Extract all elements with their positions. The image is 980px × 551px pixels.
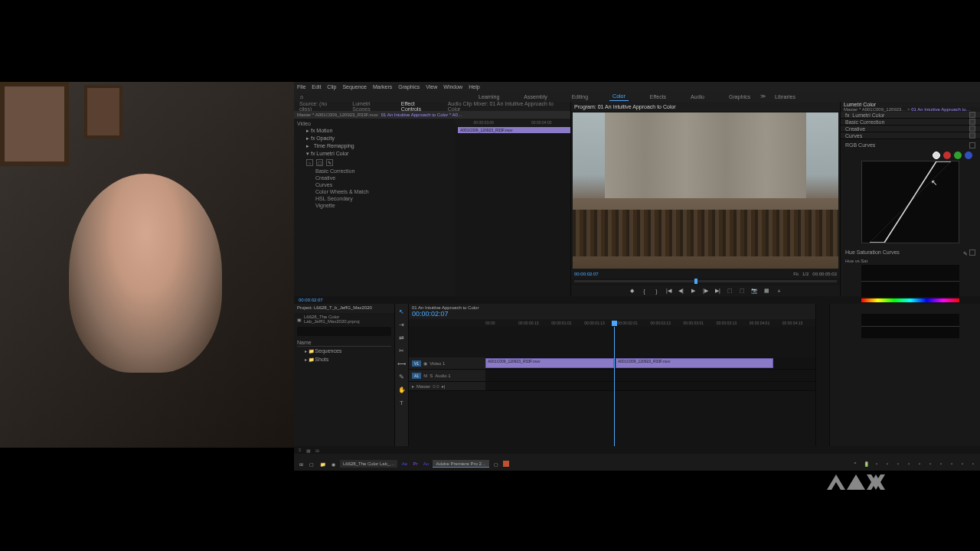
clip-v1-b[interactable]: A001C009_120923_R33F.mov [485,358,614,368]
fx-motion[interactable]: ▸ fx Motion [297,127,452,135]
hue-sat-curves-label[interactable]: Hue Saturation Curves [845,249,900,257]
add-marker-icon[interactable]: ◆ [629,287,636,295]
tray-battery-icon[interactable]: 🔋 [862,460,870,468]
ws-overflow-icon[interactable]: ≫ [760,93,766,99]
tray-5-icon[interactable]: ▫ [916,460,923,468]
mask-pen-icon[interactable]: ✎ [326,159,333,166]
menu-edit[interactable]: Edit [312,84,321,90]
tray-3-icon[interactable]: ▫ [894,460,902,468]
ec-mini-timeline[interactable]: 00:00:03:00 00:00:04:00 A001C009_120923_… [455,119,570,296]
hue-vs-hue-editor[interactable] [861,314,959,338]
ws-color[interactable]: Color [609,92,629,101]
ws-graphics[interactable]: Graphics [726,93,753,101]
home-icon[interactable]: ⌂ [300,94,303,99]
sub-hsl-secondary[interactable]: HSL Secondary [297,195,452,202]
tray-up-icon[interactable]: ^ [851,460,859,468]
fx-lumetri[interactable]: ▾ fx Lumetri Color [297,150,452,158]
curve-channel-green[interactable] [954,152,962,159]
program-fit[interactable]: Fit [793,272,799,276]
ws-audio[interactable]: Audio [688,93,707,101]
go-to-out-icon[interactable]: ▶| [714,287,722,295]
menu-sequence[interactable]: Sequence [342,84,367,90]
menu-markers[interactable]: Markers [373,84,392,90]
ws-effects[interactable]: Effects [647,93,669,101]
hue-vs-sat-editor[interactable] [861,265,959,297]
lumetri-tab[interactable]: Lumetri Color [841,102,980,107]
timeline-playhead[interactable] [614,327,615,446]
curve-channel-blue[interactable] [965,152,972,159]
pen-tool-icon[interactable]: ✎ [397,372,407,381]
sub-vignette[interactable]: Vignette [297,202,452,209]
fx-opacity[interactable]: ▸ fx Opacity [297,135,452,142]
menu-view[interactable]: View [426,84,437,90]
rgb-curve-editor[interactable]: ↖ [861,161,959,243]
mark-out-icon[interactable]: } [653,287,661,295]
razor-tool-icon[interactable]: ✂ [397,346,407,355]
taskbar-red-icon[interactable] [503,461,509,467]
menu-bar[interactable]: File Edit Clip Sequence Markers Graphics… [294,82,980,91]
step-fwd-icon[interactable]: |▶ [702,287,710,295]
folder-shots[interactable]: Shots [297,355,391,364]
export-frame-icon[interactable]: 📷 [751,287,759,295]
menu-help[interactable]: Help [469,84,479,90]
tray-10-icon[interactable]: ▫ [969,460,977,468]
task-view-icon[interactable]: ▢ [308,460,315,468]
project-search[interactable] [297,327,391,336]
track-select-tool-icon[interactable]: ⇥ [397,320,407,329]
timeline-timecode[interactable]: 00:00:02:07 [412,310,812,318]
program-video[interactable] [573,112,838,269]
sub-basic-correction[interactable]: Basic Correction [297,168,452,174]
v1-toggle-icon[interactable]: ◉ [423,360,427,366]
taskbar-file[interactable]: L6628_The Color Lab_… [340,460,397,468]
project-name-col[interactable]: Name [297,339,391,347]
lumetri-enable-check[interactable] [969,112,975,118]
taskbar-premiere[interactable]: Adobe Premiere Pro 2… [433,460,488,468]
master-read-icon[interactable]: ▸| [442,383,446,389]
icon-view-icon[interactable]: ▦ [306,448,311,453]
hue-sat-check[interactable] [969,249,975,256]
a1-source-patch[interactable]: A1 [412,373,421,379]
tray-1-icon[interactable]: ▫ [873,460,880,468]
go-to-in-icon[interactable]: |◀ [665,287,673,295]
curve-channel-red[interactable] [943,152,951,159]
comparison-icon[interactable]: ▦ [763,287,771,295]
section-curves[interactable]: Curves [845,133,862,139]
ws-assembly[interactable]: Assembly [521,93,550,101]
slip-tool-icon[interactable]: ⟷ [397,359,407,368]
master-toggle-icon[interactable]: ▸ [412,383,414,389]
v1-source-patch[interactable]: V1 [412,360,421,367]
selection-tool-icon[interactable]: ↖ [397,307,407,316]
start-icon[interactable]: ⊞ [297,460,305,468]
step-back-icon[interactable]: ◀| [678,287,685,295]
section-basic-correction[interactable]: Basic Correction [845,119,884,125]
basic-correction-check[interactable] [969,119,975,125]
section-creative[interactable]: Creative [845,126,865,132]
freeform-view-icon[interactable]: ⊞ [315,448,319,453]
mask-rect-icon[interactable]: ▢ [316,159,323,166]
menu-window[interactable]: Window [443,84,462,90]
list-view-icon[interactable]: ≡ [299,448,302,452]
curve-channel-luma[interactable] [933,152,940,159]
taskbar-app-icon[interactable]: ▢ [492,460,500,468]
lift-icon[interactable]: ⬚ [727,287,734,295]
settings-icon[interactable]: + [776,287,783,295]
type-tool-icon[interactable]: T [397,398,407,407]
menu-file[interactable]: File [297,84,305,90]
eyedropper-icon[interactable]: ✎ [963,251,968,256]
project-tab[interactable]: Project: L6628_T_b_JeffG_Max2020 [294,304,394,313]
ws-libraries[interactable]: Libraries [772,93,799,101]
mark-in-icon[interactable]: { [641,287,648,295]
program-tab[interactable]: Program: 01 An Intuitive Approach to Col… [571,102,840,111]
playhead-icon[interactable] [694,279,697,284]
clip-v1-d[interactable]: A001C009_120923_R33F.mov [616,358,773,368]
tray-4-icon[interactable]: ▫ [905,460,913,468]
tray-6-icon[interactable]: ▫ [926,460,934,468]
curves-check[interactable] [969,132,975,139]
sub-curves[interactable]: Curves [297,181,452,188]
rgb-curves-label[interactable]: RGB Curves [845,142,875,148]
fx-time-remap[interactable]: ▸ Time Remapping [297,142,452,150]
a1-solo-icon[interactable]: S [430,373,433,378]
tray-9-icon[interactable]: ▫ [959,460,966,468]
play-icon[interactable]: ▶ [690,287,697,295]
ripple-tool-icon[interactable]: ⇄ [397,333,407,342]
